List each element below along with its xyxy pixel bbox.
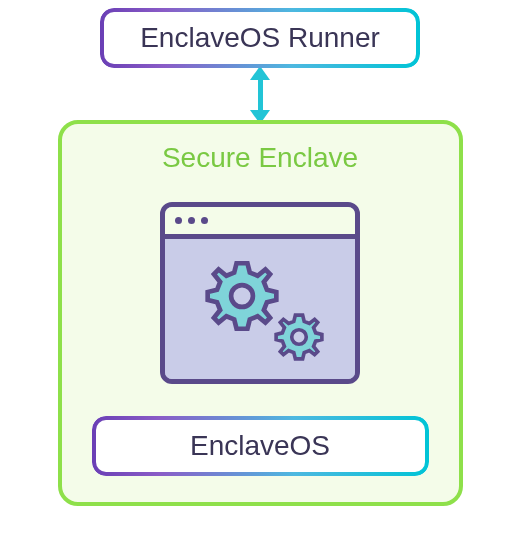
application-window-icon [160, 202, 360, 384]
enclaveos-label: EnclaveOS [190, 430, 330, 461]
window-body [165, 239, 355, 379]
arrow-up-icon [250, 66, 270, 80]
enclaveos-box: EnclaveOS [92, 416, 429, 476]
svg-point-1 [292, 330, 307, 345]
enclave-title: Secure Enclave [162, 142, 358, 174]
arrow-line [258, 80, 263, 110]
window-dot-icon [188, 217, 195, 224]
runner-box: EnclaveOS Runner [100, 8, 420, 68]
bidirectional-arrow [250, 66, 270, 124]
window-dot-icon [175, 217, 182, 224]
secure-enclave-container: Secure Enclave [58, 120, 463, 506]
window-titlebar [165, 207, 355, 239]
gear-big-icon [203, 257, 281, 335]
window-frame [160, 202, 360, 384]
gear-small-icon [273, 311, 325, 363]
window-dot-icon [201, 217, 208, 224]
svg-point-0 [231, 285, 253, 307]
runner-label: EnclaveOS Runner [140, 22, 380, 53]
